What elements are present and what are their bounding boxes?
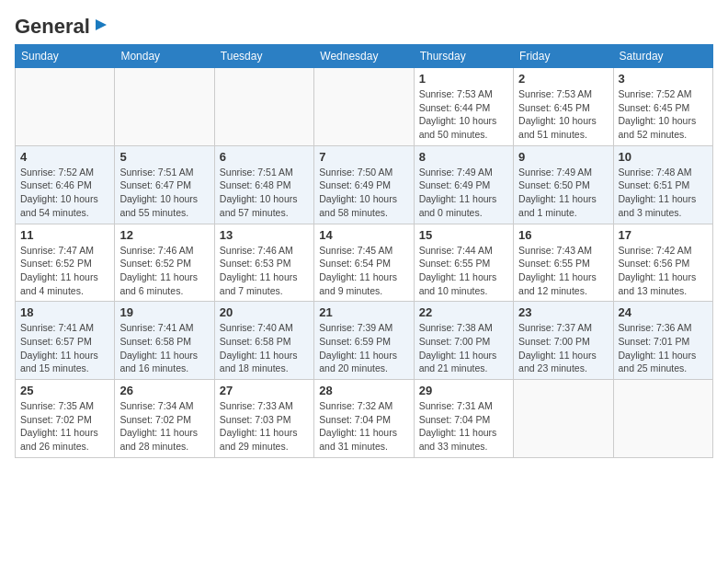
- day-number: 21: [319, 305, 408, 319]
- day-number: 29: [419, 384, 508, 397]
- calendar-cell: 15Sunrise: 7:44 AM Sunset: 6:55 PM Dayli…: [414, 224, 513, 302]
- calendar-cell: 3Sunrise: 7:52 AM Sunset: 6:45 PM Daylig…: [613, 68, 712, 146]
- day-number: 28: [319, 384, 408, 397]
- calendar-table: SundayMondayTuesdayWednesdayThursdayFrid…: [15, 44, 713, 458]
- day-number: 18: [20, 305, 109, 319]
- calendar-header-thursday: Thursday: [414, 45, 513, 68]
- calendar-cell: 7Sunrise: 7:50 AM Sunset: 6:49 PM Daylig…: [314, 145, 414, 224]
- day-number: 12: [119, 228, 209, 242]
- day-number: 27: [220, 384, 309, 397]
- calendar-cell: 4Sunrise: 7:52 AM Sunset: 6:46 PM Daylig…: [16, 145, 115, 224]
- calendar-week-row: 18Sunrise: 7:41 AM Sunset: 6:57 PM Dayli…: [16, 302, 713, 380]
- calendar-cell: 12Sunrise: 7:46 AM Sunset: 6:52 PM Dayli…: [115, 224, 214, 302]
- calendar-cell: [115, 68, 214, 146]
- calendar-cell: 20Sunrise: 7:40 AM Sunset: 6:58 PM Dayli…: [214, 302, 313, 380]
- day-info: Sunrise: 7:53 AM Sunset: 6:44 PM Dayligh…: [419, 87, 508, 142]
- calendar-header-wednesday: Wednesday: [314, 45, 414, 68]
- calendar-header-tuesday: Tuesday: [214, 45, 313, 68]
- day-number: 24: [619, 305, 708, 319]
- day-number: 26: [119, 384, 209, 397]
- day-number: 6: [220, 150, 309, 164]
- day-info: Sunrise: 7:32 AM Sunset: 7:04 PM Dayligh…: [319, 399, 408, 454]
- calendar-cell: 28Sunrise: 7:32 AM Sunset: 7:04 PM Dayli…: [314, 380, 414, 458]
- calendar-cell: 5Sunrise: 7:51 AM Sunset: 6:47 PM Daylig…: [115, 145, 214, 224]
- day-info: Sunrise: 7:41 AM Sunset: 6:58 PM Dayligh…: [119, 321, 209, 375]
- day-info: Sunrise: 7:47 AM Sunset: 6:52 PM Dayligh…: [20, 244, 109, 298]
- calendar-cell: 2Sunrise: 7:53 AM Sunset: 6:45 PM Daylig…: [514, 68, 613, 146]
- day-info: Sunrise: 7:40 AM Sunset: 6:58 PM Dayligh…: [220, 321, 309, 375]
- day-info: Sunrise: 7:37 AM Sunset: 7:00 PM Dayligh…: [518, 321, 608, 375]
- day-info: Sunrise: 7:41 AM Sunset: 6:57 PM Dayligh…: [20, 321, 109, 375]
- day-info: Sunrise: 7:50 AM Sunset: 6:49 PM Dayligh…: [319, 166, 408, 220]
- day-info: Sunrise: 7:36 AM Sunset: 7:01 PM Dayligh…: [619, 321, 708, 375]
- day-number: 20: [220, 305, 309, 319]
- calendar-cell: 25Sunrise: 7:35 AM Sunset: 7:02 PM Dayli…: [16, 380, 115, 458]
- day-info: Sunrise: 7:43 AM Sunset: 6:55 PM Dayligh…: [518, 244, 608, 298]
- day-number: 7: [319, 150, 408, 164]
- calendar-cell: 21Sunrise: 7:39 AM Sunset: 6:59 PM Dayli…: [314, 302, 414, 380]
- calendar-cell: 1Sunrise: 7:53 AM Sunset: 6:44 PM Daylig…: [414, 68, 513, 146]
- day-info: Sunrise: 7:31 AM Sunset: 7:04 PM Dayligh…: [419, 399, 508, 454]
- calendar-cell: [314, 68, 414, 146]
- day-info: Sunrise: 7:33 AM Sunset: 7:03 PM Dayligh…: [220, 399, 309, 454]
- calendar-week-row: 1Sunrise: 7:53 AM Sunset: 6:44 PM Daylig…: [16, 68, 713, 146]
- calendar-cell: [214, 68, 313, 146]
- calendar-cell: 16Sunrise: 7:43 AM Sunset: 6:55 PM Dayli…: [514, 224, 613, 302]
- calendar-cell: 17Sunrise: 7:42 AM Sunset: 6:56 PM Dayli…: [613, 224, 712, 302]
- day-number: 2: [518, 72, 608, 86]
- day-number: 10: [619, 150, 708, 164]
- page-header: General: [15, 15, 713, 35]
- svg-marker-0: [96, 19, 107, 30]
- day-info: Sunrise: 7:46 AM Sunset: 6:53 PM Dayligh…: [220, 244, 309, 298]
- day-info: Sunrise: 7:44 AM Sunset: 6:55 PM Dayligh…: [419, 244, 508, 298]
- day-number: 1: [419, 72, 508, 86]
- calendar-cell: 13Sunrise: 7:46 AM Sunset: 6:53 PM Dayli…: [214, 224, 313, 302]
- calendar-cell: 23Sunrise: 7:37 AM Sunset: 7:00 PM Dayli…: [514, 302, 613, 380]
- calendar-header-saturday: Saturday: [613, 45, 712, 68]
- day-number: 5: [119, 150, 209, 164]
- logo-flag-icon: [92, 17, 110, 36]
- day-number: 9: [518, 150, 608, 164]
- calendar-cell: 24Sunrise: 7:36 AM Sunset: 7:01 PM Dayli…: [613, 302, 712, 380]
- day-info: Sunrise: 7:34 AM Sunset: 7:02 PM Dayligh…: [119, 399, 209, 454]
- calendar-header-row: SundayMondayTuesdayWednesdayThursdayFrid…: [16, 45, 713, 68]
- day-info: Sunrise: 7:35 AM Sunset: 7:02 PM Dayligh…: [20, 399, 109, 454]
- day-info: Sunrise: 7:49 AM Sunset: 6:50 PM Dayligh…: [518, 166, 608, 220]
- day-number: 3: [619, 72, 708, 86]
- day-info: Sunrise: 7:53 AM Sunset: 6:45 PM Dayligh…: [518, 87, 608, 142]
- calendar-cell: 19Sunrise: 7:41 AM Sunset: 6:58 PM Dayli…: [115, 302, 214, 380]
- day-info: Sunrise: 7:42 AM Sunset: 6:56 PM Dayligh…: [619, 244, 708, 298]
- day-info: Sunrise: 7:38 AM Sunset: 7:00 PM Dayligh…: [419, 321, 508, 375]
- calendar-header-friday: Friday: [514, 45, 613, 68]
- day-number: 15: [419, 228, 508, 242]
- day-info: Sunrise: 7:48 AM Sunset: 6:51 PM Dayligh…: [619, 166, 708, 220]
- day-info: Sunrise: 7:39 AM Sunset: 6:59 PM Dayligh…: [319, 321, 408, 375]
- day-info: Sunrise: 7:52 AM Sunset: 6:46 PM Dayligh…: [20, 166, 109, 220]
- day-info: Sunrise: 7:46 AM Sunset: 6:52 PM Dayligh…: [119, 244, 209, 298]
- day-number: 13: [220, 228, 309, 242]
- calendar-week-row: 25Sunrise: 7:35 AM Sunset: 7:02 PM Dayli…: [16, 380, 713, 458]
- day-number: 4: [20, 150, 109, 164]
- logo: General: [15, 15, 110, 35]
- day-number: 22: [419, 305, 508, 319]
- calendar-cell: 9Sunrise: 7:49 AM Sunset: 6:50 PM Daylig…: [514, 145, 613, 224]
- calendar-cell: [514, 380, 613, 458]
- calendar-cell: [613, 380, 712, 458]
- calendar-header-monday: Monday: [115, 45, 214, 68]
- calendar-cell: 14Sunrise: 7:45 AM Sunset: 6:54 PM Dayli…: [314, 224, 414, 302]
- calendar-cell: 27Sunrise: 7:33 AM Sunset: 7:03 PM Dayli…: [214, 380, 313, 458]
- day-number: 17: [619, 228, 708, 242]
- day-number: 8: [419, 150, 508, 164]
- calendar-cell: 26Sunrise: 7:34 AM Sunset: 7:02 PM Dayli…: [115, 380, 214, 458]
- calendar-cell: 18Sunrise: 7:41 AM Sunset: 6:57 PM Dayli…: [16, 302, 115, 380]
- calendar-cell: 29Sunrise: 7:31 AM Sunset: 7:04 PM Dayli…: [414, 380, 513, 458]
- day-info: Sunrise: 7:51 AM Sunset: 6:48 PM Dayligh…: [220, 166, 309, 220]
- day-info: Sunrise: 7:45 AM Sunset: 6:54 PM Dayligh…: [319, 244, 408, 298]
- calendar-cell: 10Sunrise: 7:48 AM Sunset: 6:51 PM Dayli…: [613, 145, 712, 224]
- day-info: Sunrise: 7:49 AM Sunset: 6:49 PM Dayligh…: [419, 166, 508, 220]
- calendar-cell: 6Sunrise: 7:51 AM Sunset: 6:48 PM Daylig…: [214, 145, 313, 224]
- day-number: 25: [20, 384, 109, 397]
- logo-general: General: [15, 15, 90, 39]
- day-info: Sunrise: 7:51 AM Sunset: 6:47 PM Dayligh…: [119, 166, 209, 220]
- calendar-cell: 22Sunrise: 7:38 AM Sunset: 7:00 PM Dayli…: [414, 302, 513, 380]
